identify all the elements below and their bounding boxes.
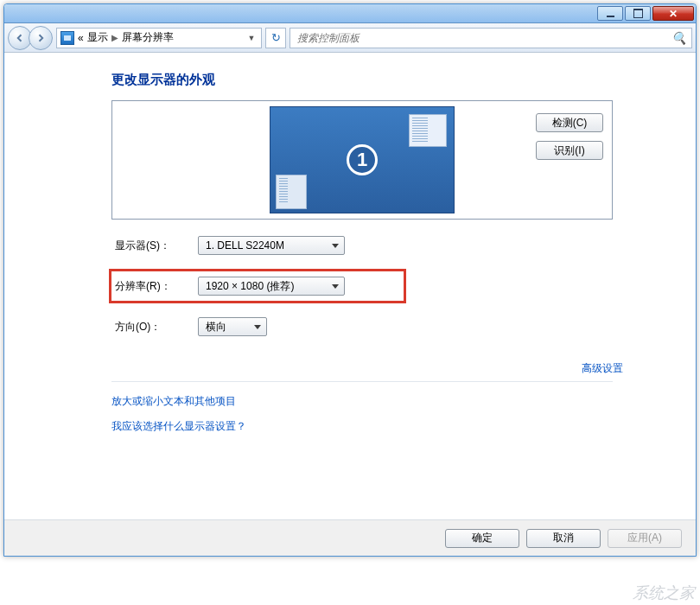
orientation-combo[interactable]: 横向 [198,317,267,336]
display-combo[interactable]: 1. DELL S2240M [198,236,345,255]
search-box[interactable]: 🔍 [290,28,692,48]
window-frame: ✕ « 显示 ▶ 屏幕分辨率 ▼ ↻ 🔍 更改显示器的外观 [3,3,697,557]
watermark: 系统之家 [633,583,695,603]
cancel-button[interactable]: 取消 [526,529,601,548]
maximize-button[interactable] [625,6,651,21]
close-button[interactable]: ✕ [652,6,694,21]
minimize-button[interactable] [597,6,623,21]
detect-button[interactable]: 检测(C) [536,113,603,132]
resolution-label: 分辨率(R)： [115,279,182,294]
page-title: 更改显示器的外观 [111,72,675,88]
titlebar: ✕ [4,4,696,23]
display-icon [60,31,74,45]
breadcrumb-dropdown[interactable]: ▼ [244,29,259,48]
text-scaling-link[interactable]: 放大或缩小文本和其他项目 [111,394,675,409]
display-preview-panel: 1 检测(C) 识别(I) [111,100,613,220]
forward-button[interactable] [29,26,53,50]
resolution-row: 分辨率(R)： 1920 × 1080 (推荐) [111,271,404,301]
arrow-right-icon [35,33,46,43]
search-input[interactable] [296,31,671,45]
apply-button[interactable]: 应用(A) [608,529,682,548]
breadcrumb-item[interactable]: 屏幕分辨率 [122,30,174,45]
content-area: 更改显示器的外观 1 检测(C) 识别(I) 显示器(S)： 1. DELL S… [4,53,696,519]
breadcrumb-item[interactable]: 显示 [87,30,108,45]
search-icon[interactable]: 🔍 [671,31,686,45]
display-label: 显示器(S)： [115,239,182,253]
mini-window-icon [409,114,447,147]
monitor-preview[interactable]: 1 [270,106,455,213]
monitor-number-badge: 1 [347,144,378,175]
display-row: 显示器(S)： 1. DELL S2240M [111,233,675,258]
footer-buttons: 确定 取消 应用(A) [4,519,696,556]
advanced-settings-link[interactable]: 高级设置 [582,362,623,374]
orientation-label: 方向(O)： [115,320,182,334]
divider [111,381,613,382]
orientation-row: 方向(O)： 横向 [111,315,675,339]
which-display-link[interactable]: 我应该选择什么显示器设置？ [111,419,675,434]
arrow-left-icon [15,33,25,43]
nav-history-buttons [8,26,53,50]
identify-button[interactable]: 识别(I) [536,141,603,160]
breadcrumb-prefix: « [78,32,84,44]
mini-window-icon [276,175,307,209]
chevron-right-icon: ▶ [111,33,118,42]
help-links: 放大或缩小文本和其他项目 我应该选择什么显示器设置？ [111,394,675,434]
resolution-combo[interactable]: 1920 × 1080 (推荐) [198,277,345,296]
settings-form: 显示器(S)： 1. DELL S2240M 分辨率(R)： 1920 × 10… [111,233,675,339]
breadcrumb-bar[interactable]: « 显示 ▶ 屏幕分辨率 ▼ [56,28,262,48]
navigation-bar: « 显示 ▶ 屏幕分辨率 ▼ ↻ 🔍 [4,23,696,53]
ok-button[interactable]: 确定 [445,529,519,548]
refresh-button[interactable]: ↻ [265,28,286,48]
